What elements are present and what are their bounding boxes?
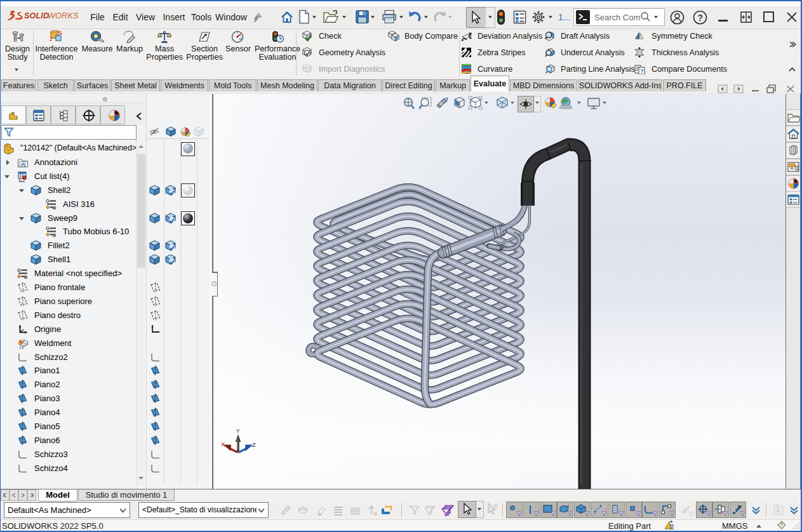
svg-text:SOLID: SOLID bbox=[24, 11, 49, 20]
svg-text:A: A bbox=[21, 161, 25, 168]
svg-text:A: A bbox=[776, 507, 780, 514]
svg-text:WORKS: WORKS bbox=[48, 11, 79, 20]
svg-text:Z: Z bbox=[252, 441, 256, 448]
svg-text:?: ? bbox=[698, 13, 704, 23]
svg-text:Y: Y bbox=[236, 427, 241, 434]
svg-text:?: ? bbox=[394, 35, 398, 42]
svg-text:X: X bbox=[221, 441, 225, 448]
svg-text:?: ? bbox=[640, 68, 644, 74]
